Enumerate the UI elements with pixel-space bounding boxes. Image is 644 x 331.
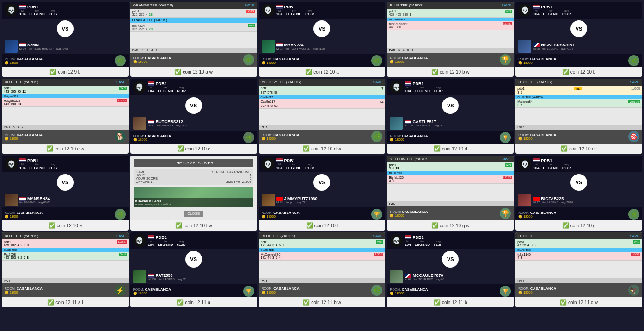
opp-stats-13: lvl 45tier proavg 72.1 [276,201,318,204]
label-9: ✅ coin 12 10 d [387,144,514,154]
p1-7: PDB1 [156,81,167,86]
vs-7: VS [185,97,202,114]
opp-avatar-7 [133,117,146,130]
opponent-flag [19,43,26,47]
opp-flag-9 [405,120,411,124]
label-7: ✅ coin 12 10 c [130,144,257,154]
vs-15: VS [570,174,587,191]
prize-11: 🪙 18000 [5,215,43,219]
card-match-pat[interactable]: 💀 PDB1 lvl104 tierLEGEND avg61.87 [130,232,257,307]
sc-header-10: BLUE TEE (YARDS)SAVE [515,79,642,86]
card-scorecard-mark224-win[interactable]: ORANGE TEE (YARDS)SAVE pdb1LOSS 32522542… [130,2,257,77]
check-7: ✅ [177,145,184,152]
text-17: coin 12 11 a [185,300,210,305]
card-scorecard-mccauley-win[interactable]: BLUE TEE (YARDS)SAVE pdb1WIN 171443469 B… [259,232,386,307]
stats-13: lvl104 tierLEGEND avg61.87 [276,163,315,170]
check-10: ✅ [561,145,568,152]
card-match-jimmy[interactable]: 💀 PDB1 lvl104 tierLEGEND avg61.87 [259,156,386,231]
card-match-mccauley[interactable]: 💀 PDB1 lvl104 tierLEGEND avg61.87 [387,232,514,307]
opp-stats-3: lvl 92tier TOUR MASTERavg 61.38 [276,47,325,50]
logo-18: 🌿 [371,285,382,296]
opp-stats-17: lvl 100tier LEGENDavg 82 [148,278,186,281]
card-scorecard-rutgers-win[interactable]: BLUE TEE (YARDS)SAVE pdb1WIN 4435959512 … [2,79,129,154]
opponent-name: S2MN [27,43,39,47]
opp-flag-17 [148,274,154,278]
opp-avatar-13 [262,194,275,206]
player1-stats: lvl104 tierLEGEND avg61.87 [19,9,58,16]
check-4: ✅ [431,69,438,75]
label-6: ✅ coin 12 10 c w [2,144,129,154]
card-gameover-kiawah[interactable]: THE GAME IS OVER GAME:STROKEPLAY RANDOM … [130,156,257,231]
opp-flag-11 [19,197,26,201]
sc-header-20: BLUE TEESAVE [515,232,642,239]
check-3: ✅ [305,69,312,75]
label-12: ✅ coin 12 10 f w [130,220,257,231]
flag-11 [19,158,26,162]
opp-flag-13 [276,197,283,201]
close-button[interactable]: CLOSE [184,211,203,217]
room-10: ROOM: CASABLANCA [518,133,556,137]
prize-18: 🪙 18000 [262,291,300,294]
card-match-mansen[interactable]: 💀 PDB1 lvl104 tierLEGEND avg61.87 [2,156,129,231]
text-3: coin 12 10 a [313,69,339,75]
room-13: ROOM: CASABLANCA [262,211,300,215]
flag-13 [276,158,283,162]
vs-9: VS [442,97,459,114]
logo-15: 🌿 [628,209,639,220]
cards-grid: 💀 PDB1 lvl104 tierLEGEND avg61.87 [0,0,644,309]
card-scorecard-pat-loss[interactable]: BLUE TEE (YARDS)SAVE pdb1LOSS 4751824239… [2,232,129,307]
sc-header-4: BLUE TEE (YARDS)SAVE [387,2,514,9]
card-scorecard-mansen-tie[interactable]: BLUE TEE (YARDS)SAVE pdb1 TIE 1,009 35 B… [515,79,642,154]
opp-name-7: RUTGERS312 [156,119,183,124]
room-8: ROOM: CASABLANCA [262,133,300,137]
text-7: coin 12 10 c [185,146,210,151]
label-16: ✅ coin 12 11 a l [2,297,129,307]
card-match-s2mn[interactable]: 💀 PDB1 lvl104 tierLEGEND avg61.87 [2,2,129,77]
vs-circle: VS [57,20,74,37]
card-scorecard-tuka-win[interactable]: BLUE TEESAVE pdb1WIN 4725438 BLUE TEE tu… [515,232,642,307]
logo-8: 🌿 [371,131,382,142]
check-5: ✅ [562,69,569,75]
player1-name: PDB1 [27,5,38,9]
label-14: ✅ coin 12 10 g w [387,220,514,231]
card-label-2: ✅ coin 12 10 a w [130,67,257,77]
prize-13: 🪙 18000 [262,215,300,219]
card-match-rutgers[interactable]: 💀 PDB1 lvl104 tierLEGEND avg61.87 [130,79,257,154]
opp-name-3: MARK224 [284,43,304,47]
room-14: ROOM: CASABLANCA [390,210,428,214]
card-match-nicklaus[interactable]: 💀 PDB1 lvl104 tierLEGEND avg61.87 [515,2,642,77]
card-scorecard-nick-win[interactable]: BLUE TEE (YARDS)SAVE pdb1WIN 4284253809 … [387,2,514,77]
check-icon: ✅ [49,69,56,75]
room-3: ROOM: CASABLANCA [262,57,300,61]
opp-name-11: MANSEN84 [27,196,50,201]
prize-15: 🪙 18000 [518,215,556,219]
card-scorecard-bigfab-win[interactable]: YELLOW TEE (YARDS)SAVE pdb1WIN 3418 BLUE… [387,156,514,231]
stats-17: lvl104 tierLEGEND avg61.87 [148,240,186,247]
opp-name-5: NICKLAUSSAINT [541,43,575,47]
vs-3: VS [313,20,330,37]
logo-13: 🏆 [371,209,382,220]
label-11: ✅ coin 12 10 e [2,220,129,231]
card-match-bigfab[interactable]: 💀 PDB1 lvl104 tierLEGEND avg61.87 [515,156,642,231]
label-text-2: coin 12 10 a w [183,69,213,75]
flag-7 [148,81,154,86]
opp-stats-9: lvl 109tier LEGENDavg 66 [405,124,442,127]
room-4: ROOM: CASABLANCA [390,56,428,60]
card-match-castle[interactable]: 💀 PDB1 lvl104 tierLEGEND avg61.87 [387,79,514,154]
opp-flag-15 [533,197,540,201]
vs-13: VS [313,174,330,191]
card-scorecard-castle-win[interactable]: YELLOW TEE (YARDS)SAVE pdb17 39757898 Ca… [259,79,386,154]
card-match-mark224[interactable]: 💀 PDB1 lvl104 tierLEGEND avg61.87 [259,2,386,77]
skull-15: 💀 [518,157,531,170]
opp-name-9: CASTLE517 [412,119,436,124]
label-15: ✅ coin 12 10 g [515,220,642,231]
prize-5: 🪙 18000 [518,61,556,65]
logo-7: 🌿 [243,132,254,143]
text-9: coin 12 10 d [442,146,467,151]
room-7: ROOM: CASABLANCA [133,134,171,138]
sc-header-14: YELLOW TEE (YARDS)SAVE [387,156,514,162]
room-6: ROOM: CASABLANCA [5,133,43,137]
opp-stats-11: tier LEGENDavg 66.05 [19,201,50,204]
p1-15: PDB1 [541,158,552,163]
room-16: ROOM: CASABLANCA [5,287,43,291]
